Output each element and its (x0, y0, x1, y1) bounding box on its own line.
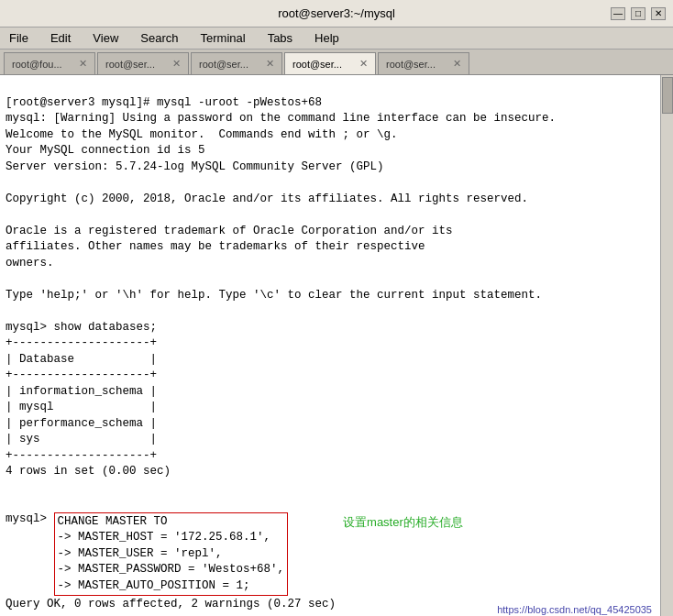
line-welcome: Welcome to the MySQL monitor. Commands e… (6, 128, 398, 141)
tab-1-label: root@fou... (12, 59, 62, 70)
line-oracle1: Oracle is a registered trademark of Orac… (6, 225, 453, 237)
url-bar: https://blog.csdn.net/qq_45425035 (494, 603, 655, 616)
menu-terminal[interactable]: Terminal (195, 29, 251, 47)
line-blank1 (6, 176, 13, 189)
tab-5-label: root@ser... (386, 59, 436, 70)
line-copyright: Copyright (c) 2000, 2018, Oracle and/or … (6, 192, 528, 205)
line-infoschema: | information_schema | (6, 385, 157, 398)
tab-2-label: root@ser... (105, 59, 155, 70)
line-version: Server version: 5.7.24-log MySQL Communi… (6, 160, 384, 173)
menu-search[interactable]: Search (135, 29, 183, 47)
annotation-text: 设置master的相关信息 (343, 514, 463, 531)
mysql-prompt-2: mysql> (6, 512, 54, 525)
line-oracle2: affiliates. Other names may be trademark… (6, 240, 425, 253)
tab-5-close[interactable]: ✕ (453, 58, 461, 70)
line-connid: Your MySQL connection id is 5 (6, 144, 205, 157)
change-master-section: mysql> CHANGE MASTER TO -> MASTER_HOST =… (0, 512, 673, 597)
line-blank5 (6, 481, 13, 494)
terminal-window[interactable]: [root@server3 mysql]# mysql -uroot -pWes… (0, 75, 673, 616)
tab-1-close[interactable]: ✕ (79, 58, 87, 70)
close-button[interactable]: ✕ (651, 7, 666, 20)
scrollbar[interactable] (660, 75, 673, 616)
menu-view[interactable]: View (87, 29, 124, 47)
tab-4-active[interactable]: root@ser... ✕ (284, 52, 376, 74)
scrollbar-thumb[interactable] (662, 77, 673, 114)
line-warning: mysql: [Warning] Using a password on the… (6, 112, 556, 125)
tab-4-label: root@ser... (292, 59, 342, 70)
line-blank2 (6, 208, 13, 221)
line-showdb: mysql> show databases; (6, 321, 157, 334)
line-perfschema: | performance_schema | (6, 417, 157, 430)
line-rowcount: 4 rows in set (0.00 sec) (6, 465, 171, 478)
tab-1[interactable]: root@fou... ✕ (4, 52, 95, 74)
line-oracle3: owners. (6, 257, 54, 270)
titlebar: root@server3:~/mysql — □ ✕ (0, 0, 673, 28)
menu-file[interactable]: File (4, 29, 34, 47)
maximize-button[interactable]: □ (631, 7, 645, 20)
change-master-command: CHANGE MASTER TO -> MASTER_HOST = '172.2… (54, 512, 289, 597)
tab-5[interactable]: root@ser... ✕ (378, 52, 469, 74)
line-sys: | sys | (6, 433, 157, 446)
window-controls[interactable]: — □ ✕ (611, 7, 666, 20)
line-help: Type 'help;' or '\h' for help. Type '\c'… (6, 289, 542, 302)
tab-3[interactable]: root@ser... ✕ (191, 52, 282, 74)
menu-help[interactable]: Help (309, 29, 345, 47)
tab-2-close[interactable]: ✕ (172, 58, 181, 70)
line-dbhdr: | Database | (6, 353, 157, 366)
tabbar: root@fou... ✕ root@ser... ✕ root@ser... … (0, 50, 673, 75)
line-sep3: +--------------------+ (6, 449, 157, 462)
line-blank3 (6, 272, 13, 285)
menu-edit[interactable]: Edit (45, 29, 76, 47)
line-mysql: | mysql | (6, 401, 157, 413)
line-cmd: [root@server3 mysql]# mysql -uroot -pWes… (6, 96, 322, 109)
tab-3-close[interactable]: ✕ (266, 58, 274, 70)
menu-tabs[interactable]: Tabs (262, 29, 298, 47)
line-sep2: +--------------------+ (6, 368, 157, 381)
tab-3-label: root@ser... (199, 59, 248, 70)
tab-4-close[interactable]: ✕ (359, 58, 368, 70)
menubar: File Edit View Search Terminal Tabs Help (0, 28, 673, 50)
tab-2[interactable]: root@ser... ✕ (97, 52, 189, 74)
title-text: root@server3:~/mysql (278, 6, 395, 20)
line-blank4 (6, 304, 13, 317)
minimize-button[interactable]: — (611, 7, 625, 20)
line-sep1: +--------------------+ (6, 336, 157, 349)
terminal-output: [root@server3 mysql]# mysql -uroot -pWes… (0, 75, 673, 516)
